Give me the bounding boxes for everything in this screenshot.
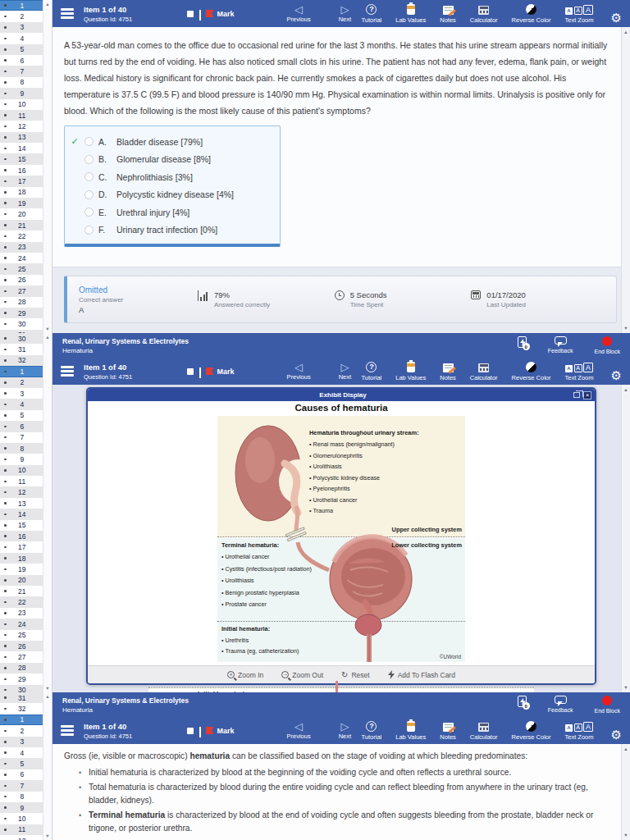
question-number-row[interactable]: 19 <box>0 198 43 208</box>
scroll-down-icon[interactable]: ▾ <box>622 832 630 838</box>
answer-choice-row[interactable]: ✓ A. Bladder disease [79%] <box>70 133 275 151</box>
previous-button[interactable]: ◁ Previous <box>287 5 311 23</box>
question-number-row[interactable]: 27 <box>0 285 43 296</box>
question-number-row[interactable]: 29 <box>0 673 43 684</box>
question-number-row[interactable]: 23 <box>0 242 43 253</box>
answer-choice-row[interactable]: ✓ B. Glomerular disease [8%] <box>70 151 275 169</box>
question-number-row[interactable]: 11 <box>0 476 43 486</box>
question-number-row[interactable]: 31 <box>0 344 43 354</box>
question-number-row[interactable]: 3 <box>0 388 43 399</box>
add-flash-card-button[interactable]: Add To Flash Card <box>388 670 455 679</box>
question-number-row[interactable]: 28 <box>0 297 43 308</box>
mark-checkbox[interactable] <box>187 368 194 375</box>
question-number-row[interactable]: 12 <box>0 121 43 131</box>
scroll-up-icon[interactable]: ▴ <box>43 1 52 7</box>
question-number-row[interactable]: 25 <box>0 263 43 274</box>
question-number-row[interactable]: 26 <box>0 641 43 651</box>
zoom-out-button[interactable]: − Zoom Out <box>281 671 323 679</box>
question-number-row[interactable]: 5 <box>0 758 43 769</box>
question-number-row[interactable]: 8 <box>0 443 43 454</box>
mark-control[interactable]: Mark <box>187 365 235 378</box>
zoom-in-button[interactable]: + Zoom In <box>227 671 263 679</box>
question-number-row[interactable]: 22 <box>0 596 43 607</box>
menu-icon[interactable] <box>61 366 74 377</box>
question-number-row[interactable]: 1 <box>0 366 43 377</box>
choice-radio[interactable] <box>84 137 94 146</box>
scroll-down-icon[interactable]: ▾ <box>622 325 630 331</box>
question-number-row[interactable]: 13 <box>0 498 43 509</box>
lab-values-button[interactable]: Lab Values <box>395 362 426 381</box>
end-block-button[interactable]: End Block <box>594 336 620 354</box>
question-number-row[interactable]: 30 <box>0 685 43 693</box>
settings-gear-icon[interactable]: ⚙ <box>611 370 622 381</box>
scroll-down-icon[interactable]: ▾ <box>43 833 52 839</box>
end-block-button[interactable]: End Block <box>594 696 620 714</box>
question-number-row[interactable]: 24 <box>0 253 43 263</box>
notes-button[interactable]: Notes <box>440 6 456 24</box>
question-number-row[interactable]: 15 <box>0 153 43 164</box>
question-number-row[interactable]: 14 <box>0 143 43 153</box>
question-number-row[interactable]: 12 <box>0 835 43 840</box>
question-number-row[interactable]: 10 <box>0 813 43 824</box>
question-number-row[interactable]: 11 <box>0 824 43 835</box>
next-button[interactable]: ▷ Next <box>339 363 351 381</box>
next-button[interactable]: ▷ Next <box>339 5 351 23</box>
question-number-row[interactable]: 21 <box>0 220 43 231</box>
choice-radio[interactable] <box>84 208 94 217</box>
question-number-row[interactable]: 21 <box>0 586 43 596</box>
answer-choice-row[interactable]: ✓ C. Nephrolithiasis [3%] <box>70 168 275 186</box>
answer-choice-row[interactable]: ✓ F. Urinary tract infection [0%] <box>70 221 275 240</box>
question-number-row[interactable]: 28 <box>0 663 43 673</box>
question-number-row[interactable]: 4 <box>0 33 43 43</box>
settings-gear-icon[interactable]: ⚙ <box>611 12 622 24</box>
question-number-row[interactable]: 7 <box>0 432 43 443</box>
notes-button[interactable]: Notes <box>440 723 456 741</box>
question-number-row[interactable]: 20 <box>0 575 43 586</box>
question-number-row[interactable]: 18 <box>0 187 43 198</box>
exhibit-title-bar[interactable]: Exhibit Display × <box>88 389 595 401</box>
question-number-row[interactable]: 11 <box>0 110 43 121</box>
mark-control[interactable]: Mark <box>187 7 235 21</box>
question-number-row[interactable]: 31 <box>0 692 43 703</box>
question-number-row[interactable]: 17 <box>0 541 43 552</box>
question-number-row[interactable]: 32 <box>0 703 43 714</box>
tutorial-button[interactable]: ? Tutorial <box>362 721 382 741</box>
question-number-row[interactable]: 14 <box>0 509 43 519</box>
answer-choice-row[interactable]: ✓ D. Polycystic kidney disease [4%] <box>70 186 275 204</box>
question-number-row[interactable]: 3 <box>0 737 43 747</box>
question-number-row[interactable]: 23 <box>0 608 43 619</box>
exhibit-display-window[interactable]: Exhibit Display × Causes of hematuria <box>86 387 596 685</box>
question-number-row[interactable]: 8 <box>0 792 43 802</box>
scroll-up-icon[interactable]: ▴ <box>622 29 630 35</box>
question-number-row[interactable]: 3 <box>0 22 43 33</box>
question-number-row[interactable]: 10 <box>0 99 43 110</box>
question-number-row[interactable]: 9 <box>0 454 43 464</box>
question-number-row[interactable]: 5 <box>0 410 43 421</box>
calculator-button[interactable]: Calculator <box>470 363 498 381</box>
settings-gear-icon[interactable]: ⚙ <box>611 729 622 741</box>
reset-button[interactable]: ↻ Reset <box>341 670 370 679</box>
question-number-row[interactable]: 7 <box>0 66 43 76</box>
menu-icon[interactable] <box>61 8 74 19</box>
question-number-row[interactable]: 32 <box>0 355 43 366</box>
close-icon[interactable]: × <box>583 391 591 399</box>
reverse-color-button[interactable]: Reverse Color <box>512 721 551 741</box>
menu-icon[interactable] <box>61 725 74 736</box>
question-number-row[interactable]: 30 <box>0 333 43 344</box>
question-number-row[interactable]: 8 <box>0 77 43 88</box>
previous-button[interactable]: ◁ Previous <box>287 722 311 740</box>
restore-window-icon[interactable] <box>573 392 580 398</box>
choice-radio[interactable] <box>84 172 94 181</box>
question-number-row[interactable]: 22 <box>0 231 43 241</box>
question-number-row[interactable]: 6 <box>0 421 43 431</box>
content-scrollbar[interactable]: ▴ ▾ <box>621 27 630 333</box>
previous-button[interactable]: ◁ Previous <box>287 363 311 381</box>
lab-values-button[interactable]: Lab Values <box>395 721 426 741</box>
scroll-up-icon[interactable]: ▴ <box>43 693 52 700</box>
question-number-row[interactable]: 26 <box>0 275 43 285</box>
question-number-row[interactable]: 19 <box>0 564 43 574</box>
question-number-row[interactable]: 20 <box>0 208 43 219</box>
question-number-row[interactable]: 12 <box>0 486 43 497</box>
question-number-row[interactable]: 1 <box>0 714 43 725</box>
scroll-down-icon[interactable]: ▾ <box>622 684 630 691</box>
